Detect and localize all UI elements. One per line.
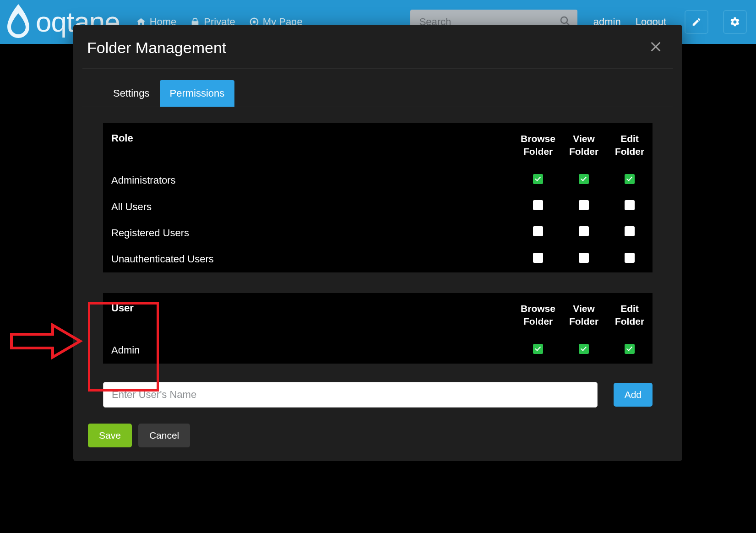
settings-button[interactable]: [723, 10, 747, 34]
add-button[interactable]: Add: [614, 383, 653, 407]
close-icon: [649, 40, 662, 53]
checkbox-view[interactable]: [579, 226, 589, 236]
modal-header: Folder Management: [82, 38, 673, 69]
checkbox-view[interactable]: [579, 344, 589, 354]
folder-management-modal: Folder Management Settings Permissions R…: [73, 25, 682, 461]
role-name: Unauthenticated Users: [103, 246, 515, 272]
checkbox-view[interactable]: [579, 200, 589, 210]
permissions-panel: Role Browse Folder View Folder Edit Fold…: [82, 107, 673, 364]
col-user: User: [103, 293, 515, 337]
role-permissions-table: Role Browse Folder View Folder Edit Fold…: [103, 123, 653, 272]
modal-title: Folder Management: [87, 39, 226, 57]
gear-icon: [729, 16, 740, 27]
checkbox-edit[interactable]: [625, 174, 635, 184]
role-row: Registered Users: [103, 220, 653, 246]
col-edit: Edit Folder: [607, 123, 653, 168]
svg-point-1: [253, 21, 256, 23]
checkbox-edit[interactable]: [625, 344, 635, 354]
tab-settings[interactable]: Settings: [103, 80, 160, 107]
user-name-input[interactable]: [103, 382, 598, 408]
flame-icon: [5, 4, 32, 40]
tab-permissions[interactable]: Permissions: [160, 80, 235, 107]
checkbox-view[interactable]: [579, 253, 589, 263]
col-browse: Browse Folder: [515, 123, 561, 168]
role-row: Administrators: [103, 168, 653, 194]
user-row: Admin: [103, 337, 653, 364]
checkbox-browse[interactable]: [533, 226, 543, 236]
checkbox-view[interactable]: [579, 174, 589, 184]
save-button[interactable]: Save: [88, 424, 132, 447]
pencil-icon: [691, 17, 702, 27]
role-name: All Users: [103, 194, 515, 220]
close-button[interactable]: [647, 38, 664, 57]
col-view: View Folder: [561, 123, 607, 168]
checkbox-browse[interactable]: [533, 174, 543, 184]
checkbox-edit[interactable]: [625, 253, 635, 263]
checkbox-browse[interactable]: [533, 253, 543, 263]
role-row: Unauthenticated Users: [103, 246, 653, 272]
col-role: Role: [103, 123, 515, 168]
col-browse: Browse Folder: [515, 293, 561, 337]
edit-button[interactable]: [685, 10, 708, 34]
add-user-row: Add: [82, 382, 673, 408]
col-view: View Folder: [561, 293, 607, 337]
col-edit: Edit Folder: [607, 293, 653, 337]
checkbox-browse[interactable]: [533, 200, 543, 210]
user-name: Admin: [103, 337, 515, 364]
role-row: All Users: [103, 194, 653, 220]
svg-point-2: [561, 17, 567, 23]
user-permissions-table: User Browse Folder View Folder Edit Fold…: [103, 293, 653, 364]
modal-actions: Save Cancel: [82, 424, 673, 447]
checkbox-browse[interactable]: [533, 344, 543, 354]
tabs: Settings Permissions: [82, 80, 673, 107]
cancel-button[interactable]: Cancel: [138, 424, 190, 447]
checkbox-edit[interactable]: [625, 226, 635, 236]
role-name: Registered Users: [103, 220, 515, 246]
role-name: Administrators: [103, 168, 515, 194]
checkbox-edit[interactable]: [625, 200, 635, 210]
